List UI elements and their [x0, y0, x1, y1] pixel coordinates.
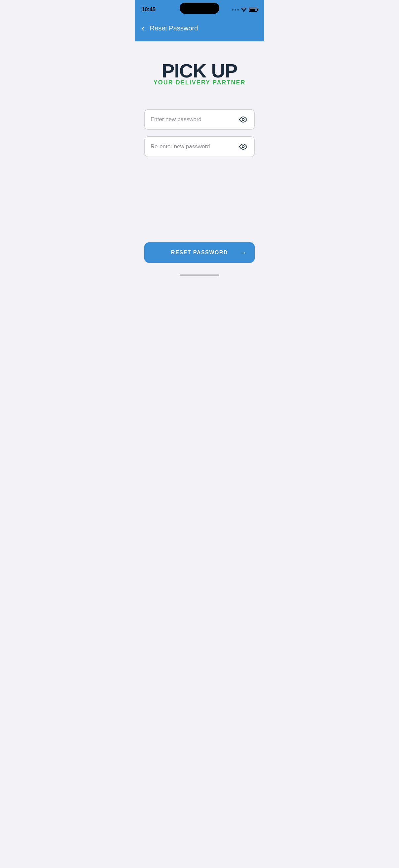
svg-point-2 — [242, 146, 244, 148]
reset-password-button[interactable]: RESET PASSWORD → — [144, 242, 255, 263]
svg-point-0 — [243, 11, 244, 12]
logo-container: PICK UP YOUR DELIVERY PARTNER — [154, 61, 246, 86]
reenter-password-container — [144, 136, 255, 157]
back-button[interactable]: ‹ — [140, 22, 146, 35]
home-indicator-bar — [180, 274, 219, 276]
eye-svg-2 — [239, 143, 247, 151]
status-icons — [232, 7, 257, 12]
new-password-input[interactable] — [151, 116, 238, 123]
new-password-toggle-icon[interactable] — [238, 114, 248, 125]
reenter-password-input[interactable] — [151, 143, 238, 150]
wifi-icon — [241, 7, 247, 12]
status-bar: 10:45 — [135, 0, 264, 18]
reenter-password-toggle-icon[interactable] — [238, 142, 248, 152]
svg-point-1 — [242, 119, 244, 121]
signal-dots — [232, 9, 239, 10]
reset-button-arrow-icon: → — [240, 249, 247, 256]
battery-icon — [249, 8, 257, 12]
main-content: PICK UP YOUR DELIVERY PARTNER — [135, 41, 264, 273]
bottom-indicator — [135, 273, 264, 279]
status-notch — [180, 3, 219, 14]
battery-fill — [250, 9, 255, 11]
reset-button-container: RESET PASSWORD → — [144, 242, 255, 273]
nav-title: Reset Password — [150, 25, 198, 32]
new-password-wrapper — [144, 109, 255, 130]
signal-dot-1 — [232, 9, 234, 10]
signal-dot-2 — [235, 9, 236, 10]
eye-svg-1 — [239, 116, 247, 123]
logo-tagline: YOUR DELIVERY PARTNER — [154, 79, 246, 86]
new-password-container — [144, 109, 255, 130]
back-icon: ‹ — [142, 23, 144, 33]
nav-header: ‹ Reset Password — [135, 18, 264, 41]
reenter-password-wrapper — [144, 136, 255, 157]
reset-button-label: RESET PASSWORD — [171, 250, 228, 255]
phone-frame: 10:45 ‹ Reset Password — [135, 0, 264, 279]
signal-dot-3 — [237, 9, 239, 10]
status-time: 10:45 — [142, 6, 156, 13]
logo-pickup: PICK UP — [162, 61, 237, 81]
